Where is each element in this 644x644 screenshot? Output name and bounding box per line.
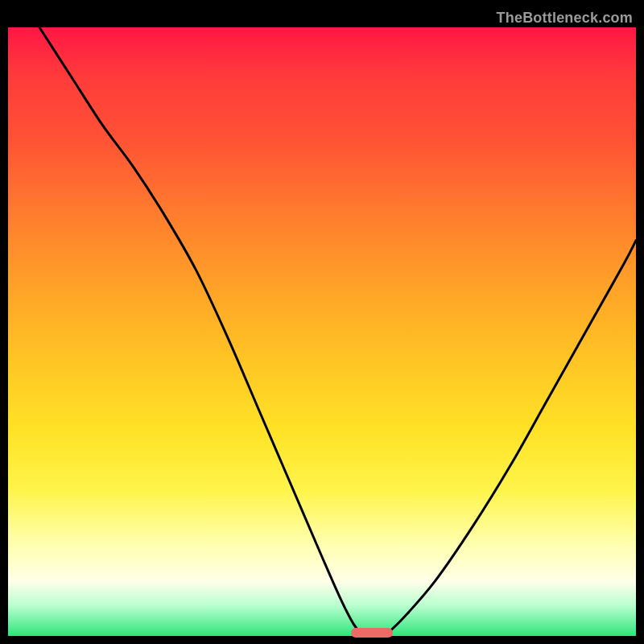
curve-right-branch	[385, 241, 636, 636]
minimum-marker	[351, 628, 393, 638]
watermark-text: TheBottleneck.com	[497, 10, 633, 27]
bottleneck-curve	[8, 27, 636, 636]
curve-left-branch	[39, 27, 363, 636]
chart-frame: TheBottleneck.com	[8, 8, 636, 636]
plot-area	[8, 27, 636, 636]
